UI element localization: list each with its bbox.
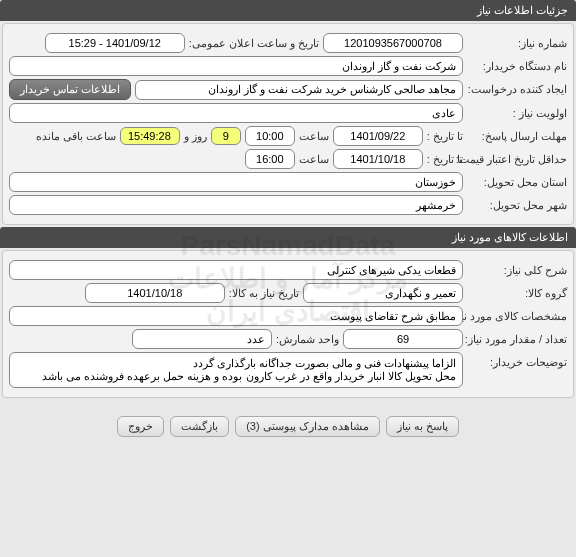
section-title: جزئیات اطلاعات نیاز — [477, 4, 568, 16]
label-desc: شرح کلی نیاز: — [467, 264, 567, 277]
field-notes[interactable]: الزاما پیشنهادات فنی و مالی بصورت جداگان… — [9, 352, 463, 388]
field-need-date[interactable] — [85, 283, 225, 303]
label-unit: واحد شمارش: — [276, 333, 339, 346]
field-priority[interactable] — [9, 103, 463, 123]
field-price-valid-time[interactable] — [245, 149, 295, 169]
label-to-date: تا تاریخ : — [427, 130, 463, 143]
respond-button[interactable]: پاسخ به نیاز — [386, 416, 459, 437]
field-group[interactable] — [303, 283, 463, 303]
section-header-need-details: جزئیات اطلاعات نیاز — [0, 0, 576, 21]
days-remaining: 9 — [211, 127, 241, 145]
notes-line-1: الزاما پیشنهادات فنی و مالی بصورت جداگان… — [16, 357, 456, 370]
field-spec[interactable] — [9, 306, 463, 326]
field-deadline-date[interactable] — [333, 126, 423, 146]
countdown-timer: 15:49:28 — [120, 127, 180, 145]
section-title-goods: اطلاعات کالاهای مورد نیاز — [452, 231, 568, 243]
buyer-contact-button[interactable]: اطلاعات تماس خریدار — [9, 79, 131, 100]
label-to-date2: تا تاریخ : — [427, 153, 463, 166]
label-group: گروه کالا: — [467, 287, 567, 300]
field-city[interactable] — [9, 195, 463, 215]
field-desc[interactable] — [9, 260, 463, 280]
label-price-valid: حداقل تاریخ اعتبار قیمت: — [467, 153, 567, 166]
field-creator[interactable] — [135, 80, 463, 100]
label-buyer: نام دستگاه خریدار: — [467, 60, 567, 73]
section-header-goods: اطلاعات کالاهای مورد نیاز — [0, 227, 576, 248]
panel-need-details: شماره نیاز: تاریخ و ساعت اعلان عمومی: نا… — [2, 23, 574, 225]
field-price-valid-date[interactable] — [333, 149, 423, 169]
label-announce: تاریخ و ساعت اعلان عمومی: — [189, 37, 319, 50]
label-creator: ایجاد کننده درخواست: — [467, 83, 567, 96]
label-need-number: شماره نیاز: — [467, 37, 567, 50]
field-province[interactable] — [9, 172, 463, 192]
label-time2: ساعت — [299, 153, 329, 166]
field-unit[interactable] — [132, 329, 272, 349]
label-remain: ساعت باقی مانده — [36, 130, 116, 143]
attachments-button[interactable]: مشاهده مدارک پیوستی (3) — [235, 416, 380, 437]
field-need-number[interactable] — [323, 33, 463, 53]
field-deadline-time[interactable] — [245, 126, 295, 146]
panel-goods: شرح کلی نیاز: گروه کالا: تاریخ نیاز به ک… — [2, 250, 574, 398]
field-announce[interactable] — [45, 33, 185, 53]
label-province: استان محل تحویل: — [467, 176, 567, 189]
exit-button[interactable]: خروج — [117, 416, 164, 437]
label-need-date: تاریخ نیاز به کالا: — [229, 287, 299, 300]
field-qty[interactable] — [343, 329, 463, 349]
field-buyer[interactable] — [9, 56, 463, 76]
label-days: روز و — [184, 130, 207, 143]
label-spec: مشخصات کالای مورد نیاز: — [467, 310, 567, 323]
label-city: شهر محل تحویل: — [467, 199, 567, 212]
label-notes: توضیحات خریدار: — [467, 352, 567, 369]
label-qty: تعداد / مقدار مورد نیاز: — [467, 333, 567, 346]
notes-line-2: محل تحویل کالا انبار خریدار واقع در غرب … — [16, 370, 456, 383]
back-button[interactable]: بازگشت — [170, 416, 229, 437]
label-time1: ساعت — [299, 130, 329, 143]
label-deadline: مهلت ارسال پاسخ: — [467, 130, 567, 143]
label-priority: اولویت نیاز : — [467, 107, 567, 120]
button-bar: پاسخ به نیاز مشاهده مدارک پیوستی (3) باز… — [0, 408, 576, 445]
